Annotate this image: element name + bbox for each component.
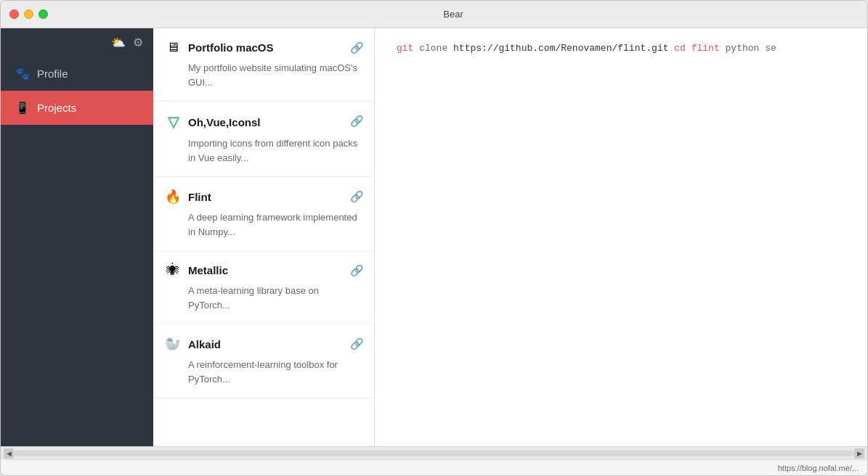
weather-icon[interactable]: ⛅ (111, 36, 126, 49)
code-command-clone: clone (419, 43, 453, 54)
projects-label: Projects (37, 102, 76, 114)
scroll-right-arrow[interactable]: ▶ (854, 448, 864, 459)
code-keyword-cd: cd flint (674, 43, 719, 54)
project-item-alkaid[interactable]: 🦭 Alkaid A reinforcement-learning toolbo… (153, 324, 374, 398)
vue-link-icon[interactable]: 🔗 (350, 115, 364, 128)
code-content: git clone https://github.com/Renovamen/f… (397, 43, 776, 54)
code-keyword-git: git (397, 43, 413, 54)
code-url: https://github.com/Renovamen/flint.git (453, 43, 668, 54)
vue-desc: Importing icons from different icon pack… (165, 136, 362, 165)
flint-link-icon[interactable]: 🔗 (350, 190, 364, 203)
portfolio-link-icon[interactable]: 🔗 (350, 41, 364, 54)
metallic-icon: 🕷 (165, 263, 181, 278)
metallic-title: Metallic (188, 264, 362, 276)
scroll-left-arrow[interactable]: ◀ (4, 448, 14, 459)
project-header: 🔥 Flint (165, 189, 362, 205)
status-bar: https://blog.nofal.me/... (1, 459, 867, 475)
sidebar: ⛅ ⚙ 🐾 Profile 📱 Projects (1, 28, 153, 446)
alkaid-link-icon[interactable]: 🔗 (350, 337, 364, 350)
status-url: https://blog.nofal.me/... (778, 464, 859, 472)
close-button[interactable] (9, 9, 19, 19)
alkaid-desc: A reinforcement-learning toolbox for PyT… (165, 358, 362, 386)
project-header: 🖥 Portfolio macOS (165, 40, 362, 55)
settings-icon[interactable]: ⚙ (133, 36, 143, 49)
project-item-flint[interactable]: 🔥 Flint A deep learning framework implem… (153, 177, 374, 251)
project-item-oh-vue[interactable]: ▽ Oh,Vue,Iconsl Importing icons from dif… (153, 102, 374, 177)
profile-label: Profile (37, 67, 68, 80)
portfolio-title: Portfolio macOS (188, 41, 362, 54)
metallic-link-icon[interactable]: 🔗 (350, 264, 364, 277)
flint-title: Flint (188, 191, 362, 203)
project-item-portfolio-macos[interactable]: 🖥 Portfolio macOS My portfolio website s… (153, 28, 374, 102)
vue-title: Oh,Vue,Iconsl (188, 116, 362, 128)
flint-icon: 🔥 (165, 189, 181, 205)
profile-icon: 🐾 (15, 67, 30, 81)
window-title: Bear (48, 9, 859, 20)
project-header: 🕷 Metallic (165, 263, 362, 278)
vue-icon: ▽ (165, 113, 181, 131)
flint-desc: A deep learning framework implemented in… (165, 210, 362, 239)
maximize-button[interactable] (38, 9, 48, 19)
project-list: 🖥 Portfolio macOS My portfolio website s… (153, 28, 375, 446)
alkaid-icon: 🦭 (165, 336, 181, 352)
project-item-metallic[interactable]: 🕷 Metallic A meta-learning library base … (153, 251, 374, 324)
projects-icon: 📱 (15, 101, 30, 115)
code-command-python: python se (726, 43, 776, 54)
project-header: 🦭 Alkaid (165, 336, 362, 352)
project-header: ▽ Oh,Vue,Iconsl (165, 113, 362, 131)
alkaid-title: Alkaid (188, 338, 362, 350)
content-inner[interactable]: git clone https://github.com/Renovamen/f… (375, 28, 867, 446)
horizontal-scrollbar-track[interactable] (14, 451, 854, 456)
app-window: Bear ⛅ ⚙ 🐾 Profile 📱 Projects (0, 0, 868, 476)
minimize-button[interactable] (24, 9, 33, 19)
titlebar: Bear (1, 1, 867, 28)
content-area: git clone https://github.com/Renovamen/f… (375, 28, 867, 446)
sidebar-item-profile[interactable]: 🐾 Profile (1, 57, 153, 91)
traffic-lights (9, 9, 48, 19)
project-list-scroll[interactable]: 🖥 Portfolio macOS My portfolio website s… (153, 28, 374, 446)
portfolio-icon: 🖥 (165, 40, 181, 55)
portfolio-desc: My portfolio website simulating macOS's … (165, 61, 362, 89)
sidebar-item-projects[interactable]: 📱 Projects (1, 91, 153, 125)
sidebar-header: ⛅ ⚙ (1, 28, 153, 57)
bottom-bar: ◀ ▶ (1, 446, 867, 459)
main-content: ⛅ ⚙ 🐾 Profile 📱 Projects 🖥 Portfolio mac… (1, 28, 867, 446)
metallic-desc: A meta-learning library base on PyTorch.… (165, 284, 362, 312)
